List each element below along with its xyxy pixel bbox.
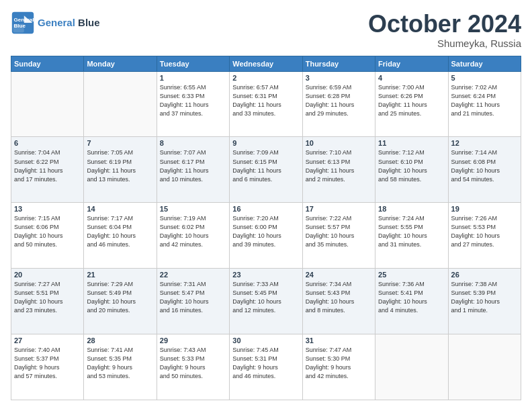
day-number: 12 (451, 139, 518, 147)
day-number: 10 (306, 139, 372, 147)
day-number: 22 (160, 271, 226, 279)
day-detail: Sunrise: 7:45 AM Sunset: 5:31 PM Dayligh… (232, 346, 299, 381)
logo-line1: General (38, 17, 75, 28)
day-number: 7 (87, 139, 153, 147)
table-row: 2Sunrise: 6:57 AM Sunset: 6:31 PM Daylig… (230, 71, 302, 137)
day-number: 20 (14, 271, 81, 279)
table-row: 10Sunrise: 7:10 AM Sunset: 6:13 PM Dayli… (302, 137, 375, 203)
day-detail: Sunrise: 7:43 AM Sunset: 5:33 PM Dayligh… (160, 346, 226, 381)
table-row (375, 334, 448, 400)
day-number: 15 (160, 205, 226, 213)
day-detail: Sunrise: 7:24 AM Sunset: 5:55 PM Dayligh… (378, 214, 445, 249)
table-row (84, 71, 157, 137)
day-number: 26 (451, 271, 518, 279)
table-row: 16Sunrise: 7:20 AM Sunset: 6:00 PM Dayli… (230, 203, 302, 269)
day-detail: Sunrise: 7:31 AM Sunset: 5:47 PM Dayligh… (160, 280, 226, 315)
table-row: 30Sunrise: 7:45 AM Sunset: 5:31 PM Dayli… (230, 334, 302, 400)
table-row (11, 71, 84, 137)
table-row: 12Sunrise: 7:14 AM Sunset: 6:08 PM Dayli… (448, 137, 521, 203)
day-detail: Sunrise: 7:38 AM Sunset: 5:39 PM Dayligh… (451, 280, 518, 315)
day-detail: Sunrise: 7:09 AM Sunset: 6:15 PM Dayligh… (232, 148, 299, 183)
calendar-week-row: 27Sunrise: 7:40 AM Sunset: 5:37 PM Dayli… (11, 334, 521, 400)
table-row (448, 334, 521, 400)
table-row: 27Sunrise: 7:40 AM Sunset: 5:37 PM Dayli… (11, 334, 84, 400)
calendar-week-row: 1Sunrise: 6:55 AM Sunset: 6:33 PM Daylig… (11, 71, 521, 137)
page: General Blue General Blue October 2024 S… (0, 0, 532, 411)
day-number: 3 (306, 74, 372, 82)
day-number: 4 (378, 74, 445, 82)
day-detail: Sunrise: 7:17 AM Sunset: 6:04 PM Dayligh… (87, 214, 153, 249)
table-row: 7Sunrise: 7:05 AM Sunset: 6:19 PM Daylig… (84, 137, 157, 203)
day-number: 27 (14, 336, 81, 345)
day-number: 25 (378, 271, 445, 279)
col-sunday: Sunday (11, 56, 84, 71)
title-block: October 2024 Shumeyka, Russia (368, 11, 521, 49)
calendar-week-row: 20Sunrise: 7:27 AM Sunset: 5:51 PM Dayli… (11, 269, 521, 334)
day-number: 24 (306, 271, 372, 279)
day-detail: Sunrise: 7:27 AM Sunset: 5:51 PM Dayligh… (14, 280, 81, 315)
table-row: 24Sunrise: 7:34 AM Sunset: 5:43 PM Dayli… (302, 269, 375, 334)
day-detail: Sunrise: 6:55 AM Sunset: 6:33 PM Dayligh… (160, 83, 226, 118)
table-row: 11Sunrise: 7:12 AM Sunset: 6:10 PM Dayli… (375, 137, 448, 203)
table-row: 28Sunrise: 7:41 AM Sunset: 5:35 PM Dayli… (84, 334, 157, 400)
day-number: 14 (87, 205, 153, 213)
day-detail: Sunrise: 7:26 AM Sunset: 5:53 PM Dayligh… (451, 214, 518, 249)
logo: General Blue General Blue (11, 11, 100, 35)
day-detail: Sunrise: 7:12 AM Sunset: 6:10 PM Dayligh… (378, 148, 445, 183)
logo-text: General Blue (38, 17, 100, 29)
day-number: 19 (451, 205, 518, 213)
day-detail: Sunrise: 7:02 AM Sunset: 6:24 PM Dayligh… (451, 83, 518, 118)
day-number: 9 (232, 139, 299, 147)
logo-line2: Blue (78, 17, 100, 28)
day-detail: Sunrise: 7:20 AM Sunset: 6:00 PM Dayligh… (232, 214, 299, 249)
table-row: 26Sunrise: 7:38 AM Sunset: 5:39 PM Dayli… (448, 269, 521, 334)
svg-text:Blue: Blue (14, 23, 26, 29)
day-detail: Sunrise: 7:14 AM Sunset: 6:08 PM Dayligh… (451, 148, 518, 183)
calendar-header-row: Sunday Monday Tuesday Wednesday Thursday… (11, 56, 521, 71)
day-detail: Sunrise: 7:19 AM Sunset: 6:02 PM Dayligh… (160, 214, 226, 249)
table-row: 6Sunrise: 7:04 AM Sunset: 6:22 PM Daylig… (11, 137, 84, 203)
table-row: 21Sunrise: 7:29 AM Sunset: 5:49 PM Dayli… (84, 269, 157, 334)
col-saturday: Saturday (448, 56, 521, 71)
day-number: 23 (232, 271, 299, 279)
table-row: 3Sunrise: 6:59 AM Sunset: 6:28 PM Daylig… (302, 71, 375, 137)
day-number: 17 (306, 205, 372, 213)
table-row: 25Sunrise: 7:36 AM Sunset: 5:41 PM Dayli… (375, 269, 448, 334)
day-number: 16 (232, 205, 299, 213)
day-number: 30 (232, 336, 299, 345)
calendar-week-row: 13Sunrise: 7:15 AM Sunset: 6:06 PM Dayli… (11, 203, 521, 269)
col-tuesday: Tuesday (157, 56, 229, 71)
day-detail: Sunrise: 7:29 AM Sunset: 5:49 PM Dayligh… (87, 280, 153, 315)
day-number: 18 (378, 205, 445, 213)
svg-text:General: General (14, 17, 34, 23)
table-row: 23Sunrise: 7:33 AM Sunset: 5:45 PM Dayli… (230, 269, 302, 334)
table-row: 18Sunrise: 7:24 AM Sunset: 5:55 PM Dayli… (375, 203, 448, 269)
day-detail: Sunrise: 7:22 AM Sunset: 5:57 PM Dayligh… (306, 214, 372, 249)
table-row: 17Sunrise: 7:22 AM Sunset: 5:57 PM Dayli… (302, 203, 375, 269)
day-detail: Sunrise: 7:41 AM Sunset: 5:35 PM Dayligh… (87, 346, 153, 381)
day-detail: Sunrise: 7:07 AM Sunset: 6:17 PM Dayligh… (160, 148, 226, 183)
day-number: 2 (232, 74, 299, 82)
day-number: 6 (14, 139, 81, 147)
day-number: 5 (451, 74, 518, 82)
day-detail: Sunrise: 7:15 AM Sunset: 6:06 PM Dayligh… (14, 214, 81, 249)
col-friday: Friday (375, 56, 448, 71)
day-detail: Sunrise: 7:36 AM Sunset: 5:41 PM Dayligh… (378, 280, 445, 315)
table-row: 19Sunrise: 7:26 AM Sunset: 5:53 PM Dayli… (448, 203, 521, 269)
table-row: 15Sunrise: 7:19 AM Sunset: 6:02 PM Dayli… (157, 203, 229, 269)
day-detail: Sunrise: 7:47 AM Sunset: 5:30 PM Dayligh… (306, 346, 372, 381)
col-wednesday: Wednesday (230, 56, 302, 71)
day-number: 28 (87, 336, 153, 345)
day-detail: Sunrise: 7:40 AM Sunset: 5:37 PM Dayligh… (14, 346, 81, 381)
calendar-table: Sunday Monday Tuesday Wednesday Thursday… (11, 56, 521, 400)
day-detail: Sunrise: 6:57 AM Sunset: 6:31 PM Dayligh… (232, 83, 299, 118)
table-row: 8Sunrise: 7:07 AM Sunset: 6:17 PM Daylig… (157, 137, 229, 203)
table-row: 14Sunrise: 7:17 AM Sunset: 6:04 PM Dayli… (84, 203, 157, 269)
subtitle: Shumeyka, Russia (368, 38, 521, 49)
day-detail: Sunrise: 7:05 AM Sunset: 6:19 PM Dayligh… (87, 148, 153, 183)
day-detail: Sunrise: 7:00 AM Sunset: 6:26 PM Dayligh… (378, 83, 445, 118)
table-row: 4Sunrise: 7:00 AM Sunset: 6:26 PM Daylig… (375, 71, 448, 137)
table-row: 31Sunrise: 7:47 AM Sunset: 5:30 PM Dayli… (302, 334, 375, 400)
table-row: 1Sunrise: 6:55 AM Sunset: 6:33 PM Daylig… (157, 71, 229, 137)
day-detail: Sunrise: 7:04 AM Sunset: 6:22 PM Dayligh… (14, 148, 81, 183)
